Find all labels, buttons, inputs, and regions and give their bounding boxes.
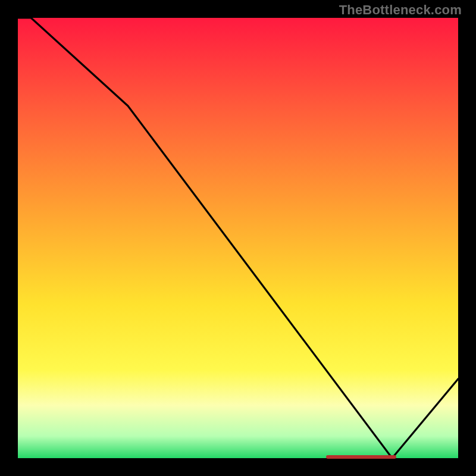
optimal-range-marker — [326, 455, 396, 459]
chart-container: TheBottleneck.com — [0, 0, 476, 476]
attribution-text: TheBottleneck.com — [339, 2, 462, 18]
plot-frame — [18, 18, 458, 458]
plot-area — [18, 18, 458, 458]
line-series — [18, 18, 458, 458]
